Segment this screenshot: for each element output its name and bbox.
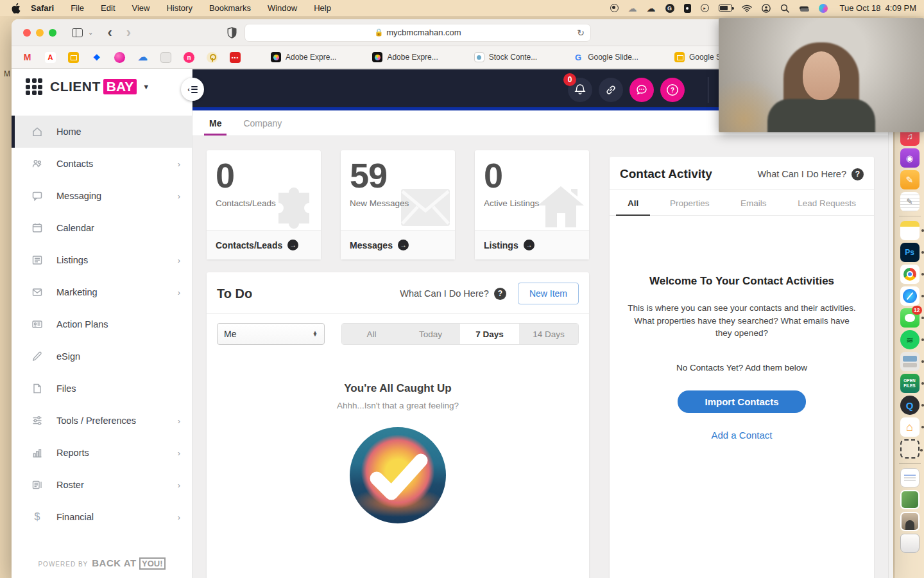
cloud-check-icon[interactable]: ☁ bbox=[647, 3, 656, 13]
sidebar-chevron-icon[interactable]: ⌄ bbox=[88, 29, 93, 36]
menu-bar-clock[interactable]: Tue Oct 18 4:09 PM bbox=[840, 3, 916, 13]
sidebar-item-reports[interactable]: Reports bbox=[12, 437, 192, 469]
menu-item-safari[interactable]: Safari bbox=[31, 3, 54, 13]
npm-bookmark-icon[interactable]: n bbox=[184, 52, 194, 63]
gray-doc-bookmark-icon[interactable] bbox=[160, 52, 171, 63]
listings-link[interactable]: Listings bbox=[475, 230, 589, 259]
page-scrollbar[interactable] bbox=[888, 69, 893, 578]
sidebar-item-financial[interactable]: $ Financial bbox=[12, 501, 192, 533]
gmail-bookmark-icon[interactable]: M bbox=[22, 52, 33, 63]
menu-item-history[interactable]: History bbox=[166, 3, 192, 13]
sidebar-item-tools-preferences[interactable]: Tools / Preferences bbox=[12, 405, 192, 437]
photo-file-dock-icon[interactable] bbox=[900, 512, 920, 531]
menu-item-edit[interactable]: Edit bbox=[101, 3, 115, 13]
minimize-window-button[interactable] bbox=[36, 29, 44, 37]
photoshop-dock-icon[interactable]: Ps bbox=[900, 243, 920, 262]
trash-dock-icon[interactable] bbox=[900, 534, 920, 553]
home-app-dock-icon[interactable]: ⌂ bbox=[900, 417, 920, 437]
activity-tab-properties[interactable]: Properties bbox=[667, 190, 712, 215]
menu-item-window[interactable]: Window bbox=[268, 3, 297, 13]
textedit-dock-icon[interactable]: ✎ bbox=[900, 192, 920, 211]
control-center-icon[interactable] bbox=[799, 4, 809, 12]
sidebar-item-calendar[interactable]: Calendar bbox=[12, 212, 192, 244]
adobe-bookmark-icon[interactable]: A bbox=[45, 52, 56, 63]
battery-icon[interactable] bbox=[719, 4, 732, 12]
open-files-dock-icon[interactable]: OPENFILES bbox=[900, 374, 920, 393]
spotify-dock-icon[interactable]: ≋ bbox=[900, 330, 920, 349]
record-icon[interactable] bbox=[610, 4, 619, 12]
onedrive-bookmark-icon[interactable]: ☁ bbox=[137, 52, 148, 63]
play-icon[interactable]: ▸ bbox=[701, 4, 709, 12]
help-question-icon[interactable] bbox=[851, 168, 864, 180]
pages-dock-icon[interactable]: ✎ bbox=[900, 170, 920, 189]
back-button[interactable]: ‹ bbox=[107, 24, 112, 41]
contacts-link[interactable]: Contacts/Leads bbox=[207, 230, 321, 259]
messages-link[interactable]: Messages bbox=[341, 230, 455, 259]
notes-dock-icon[interactable] bbox=[900, 221, 920, 240]
user-switch-icon[interactable] bbox=[762, 4, 771, 13]
new-item-button[interactable]: New Item bbox=[518, 283, 579, 304]
pink-app-bookmark-icon[interactable] bbox=[114, 52, 125, 63]
messages-dock-icon[interactable]: 12 bbox=[900, 308, 920, 328]
media-viewer-dock-icon[interactable] bbox=[900, 352, 920, 371]
segment-14-days[interactable]: 14 Days bbox=[519, 324, 578, 344]
zoom-window-button[interactable] bbox=[49, 29, 56, 37]
apple-logo-icon[interactable] bbox=[12, 3, 21, 13]
sidebar-item-contacts[interactable]: Contacts bbox=[12, 148, 192, 180]
slides-bookmark-icon[interactable] bbox=[68, 52, 79, 63]
assignee-select[interactable]: Me ▲▼ bbox=[217, 323, 325, 345]
privacy-shield-icon[interactable] bbox=[227, 27, 237, 39]
tab-company[interactable]: Company bbox=[242, 110, 283, 136]
segment-all[interactable]: All bbox=[342, 324, 401, 344]
bookmark-tab-stock-content[interactable]: Stock Conte... bbox=[474, 52, 537, 62]
safari-dock-icon[interactable] bbox=[900, 286, 920, 306]
reload-icon[interactable]: ↻ bbox=[577, 28, 585, 38]
sidebar-toggle-icon[interactable] bbox=[72, 28, 83, 37]
grammarly-icon[interactable]: G bbox=[665, 4, 674, 13]
menu-item-file[interactable]: File bbox=[71, 3, 84, 13]
spotlight-search-icon[interactable] bbox=[780, 4, 789, 13]
sidebar-item-esign[interactable]: eSign bbox=[12, 340, 192, 372]
help-button[interactable]: ? bbox=[660, 78, 685, 102]
activity-tab-all[interactable]: All bbox=[625, 190, 641, 215]
notifications-button[interactable]: 0 bbox=[568, 78, 592, 102]
sidebar-item-marketing[interactable]: Marketing bbox=[12, 276, 192, 308]
activity-tab-lead-requests[interactable]: Lead Requests bbox=[795, 190, 859, 215]
sidebar-item-action-plans[interactable]: Action Plans bbox=[12, 308, 192, 340]
webcam-overlay[interactable] bbox=[719, 18, 924, 132]
bookmark-tab-google-slide[interactable]: GGoogle Slide... bbox=[573, 52, 638, 62]
segment-7-days[interactable]: 7 Days bbox=[460, 324, 519, 344]
sidebar-collapse-button[interactable]: ‹ bbox=[181, 78, 204, 101]
siri-icon[interactable] bbox=[819, 4, 828, 13]
quicktime-dock-icon[interactable]: Q bbox=[900, 396, 920, 415]
menu-item-view[interactable]: View bbox=[132, 3, 150, 13]
bookmark-tab-adobe-express-1[interactable]: Adobe Expre... bbox=[271, 52, 336, 62]
clientbay-logo[interactable]: CLIENT BAY ▼ bbox=[12, 69, 192, 104]
document-dock-icon[interactable] bbox=[900, 468, 920, 487]
selection-tool-dock-icon[interactable] bbox=[900, 439, 920, 459]
red-app-bookmark-icon[interactable]: ••• bbox=[230, 52, 241, 63]
keychain-bookmark-icon[interactable] bbox=[207, 52, 218, 63]
forward-button[interactable]: › bbox=[126, 24, 131, 41]
password-manager-icon[interactable] bbox=[684, 4, 691, 13]
sticker-file-dock-icon[interactable] bbox=[900, 490, 920, 509]
sidebar-item-home[interactable]: Home bbox=[12, 116, 192, 148]
podcasts-dock-icon[interactable]: ◉ bbox=[900, 148, 920, 168]
sidebar-item-roster[interactable]: Roster bbox=[12, 469, 192, 501]
chat-support-button[interactable] bbox=[629, 78, 654, 102]
dropbox-bookmark-icon[interactable]: ❖ bbox=[91, 52, 102, 63]
address-bar[interactable]: 🔒 mycbmcmahan.com ↻ bbox=[244, 24, 591, 42]
cloud-sync-icon[interactable]: ☁ bbox=[628, 3, 637, 13]
import-contacts-button[interactable]: Import Contacts bbox=[678, 390, 805, 413]
segment-today[interactable]: Today bbox=[401, 324, 460, 344]
close-window-button[interactable] bbox=[23, 29, 31, 37]
wifi-icon[interactable] bbox=[742, 4, 752, 12]
help-question-icon[interactable] bbox=[494, 288, 506, 300]
activity-tab-emails[interactable]: Emails bbox=[738, 190, 769, 215]
add-contact-link[interactable]: Add a Contact bbox=[628, 430, 856, 441]
sidebar-item-listings[interactable]: Listings bbox=[12, 244, 192, 276]
sidebar-item-messaging[interactable]: Messaging bbox=[12, 180, 192, 212]
chrome-dock-icon[interactable] bbox=[900, 265, 920, 284]
share-link-button[interactable] bbox=[599, 78, 623, 102]
tab-me[interactable]: Me bbox=[208, 110, 223, 136]
